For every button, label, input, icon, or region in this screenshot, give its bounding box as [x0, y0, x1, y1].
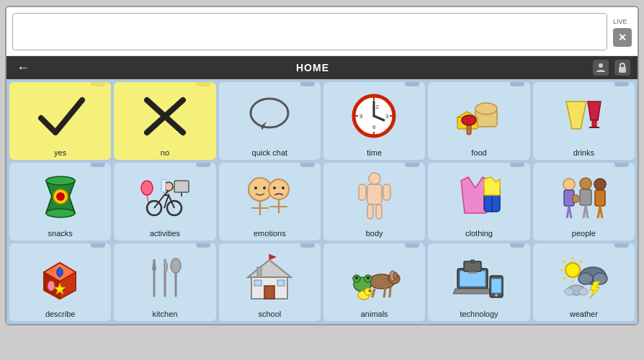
text-display[interactable]: [12, 13, 607, 50]
app-window: LIVE ✕ ← HOME: [5, 6, 639, 325]
cell-animals[interactable]: animals: [323, 243, 425, 321]
svg-point-30: [56, 192, 65, 201]
svg-point-27: [46, 176, 75, 185]
cell-body[interactable]: body: [323, 163, 425, 240]
kitchen-icon: [117, 248, 213, 307]
svg-line-71: [600, 206, 602, 218]
svg-point-18: [475, 103, 497, 114]
weather-label: weather: [570, 310, 598, 318]
svg-rect-51: [367, 184, 382, 204]
yes-icon: [12, 86, 108, 145]
svg-rect-72: [573, 195, 578, 202]
no-label: no: [161, 148, 169, 157]
svg-rect-52: [359, 184, 366, 200]
svg-rect-115: [491, 279, 501, 293]
svg-point-106: [355, 276, 358, 279]
animals-label: animals: [361, 310, 388, 318]
school-label: school: [258, 310, 281, 318]
svg-point-79: [48, 281, 55, 291]
profile-button[interactable]: [593, 60, 609, 76]
technology-label: technology: [460, 310, 498, 318]
cell-school[interactable]: school: [219, 243, 321, 321]
cell-weather[interactable]: weather: [533, 243, 635, 321]
top-bar: LIVE ✕: [6, 7, 638, 56]
cell-people[interactable]: people: [533, 163, 635, 240]
svg-marker-78: [57, 267, 63, 277]
cell-time[interactable]: 12 3 6 9 time: [323, 82, 425, 160]
svg-point-60: [563, 179, 575, 190]
svg-marker-23: [566, 102, 586, 129]
svg-line-125: [563, 261, 565, 263]
svg-point-43: [263, 186, 266, 189]
cell-yes[interactable]: yes: [9, 82, 111, 160]
cell-no[interactable]: no: [114, 82, 215, 160]
cell-describe[interactable]: describe: [9, 243, 111, 321]
lock-button[interactable]: [614, 60, 630, 76]
emotions-label: emotions: [254, 229, 286, 238]
svg-marker-59: [484, 177, 500, 195]
svg-point-45: [282, 186, 285, 189]
cell-kitchen[interactable]: kitchen: [114, 243, 215, 321]
svg-text:6: 6: [372, 124, 376, 130]
cell-clothing[interactable]: clothing: [428, 163, 529, 240]
svg-point-0: [599, 63, 603, 68]
svg-point-50: [369, 173, 380, 184]
clear-button[interactable]: ✕: [613, 28, 632, 47]
body-label: body: [366, 229, 383, 238]
svg-rect-1: [619, 67, 626, 73]
describe-label: describe: [45, 310, 76, 318]
cell-emotions[interactable]: emotions: [219, 163, 321, 240]
svg-marker-5: [261, 122, 267, 130]
nav-bar: ← HOME: [6, 56, 638, 79]
svg-rect-39: [161, 179, 166, 192]
cell-activities[interactable]: activities: [114, 163, 215, 240]
school-icon: [222, 248, 318, 307]
svg-rect-118: [471, 260, 474, 263]
svg-point-98: [393, 272, 398, 279]
quick-chat-label: quick chat: [252, 148, 288, 157]
svg-point-134: [565, 288, 573, 295]
back-button[interactable]: ←: [14, 60, 32, 76]
svg-rect-119: [468, 271, 477, 274]
describe-icon: [12, 248, 108, 307]
svg-text:9: 9: [359, 113, 363, 120]
live-label: LIVE: [613, 17, 627, 25]
drinks-icon: [536, 86, 632, 145]
nav-left: ←: [14, 60, 32, 76]
svg-point-107: [367, 276, 370, 279]
technology-icon: [431, 248, 527, 307]
svg-point-28: [46, 209, 75, 217]
svg-line-101: [384, 288, 385, 297]
food-icon: [431, 86, 527, 145]
svg-rect-65: [580, 189, 591, 205]
no-icon: [117, 86, 213, 145]
svg-point-64: [580, 178, 591, 189]
svg-line-127: [580, 261, 582, 263]
svg-point-135: [579, 288, 588, 295]
svg-point-111: [368, 289, 370, 292]
kitchen-label: kitchen: [153, 310, 178, 318]
body-icon: [326, 167, 422, 226]
svg-rect-91: [277, 280, 285, 286]
svg-text:3: 3: [385, 113, 389, 120]
svg-point-116: [495, 294, 498, 297]
nav-right: [593, 60, 630, 76]
cell-quick-chat[interactable]: quick chat: [219, 82, 321, 160]
drinks-label: drinks: [573, 148, 594, 157]
svg-rect-35: [174, 181, 189, 192]
cell-drinks[interactable]: drinks: [533, 82, 635, 160]
emotions-icon: [222, 167, 318, 226]
cell-technology[interactable]: technology: [428, 243, 529, 321]
weather-icon: [536, 248, 632, 307]
cell-food[interactable]: food: [428, 82, 529, 160]
svg-marker-88: [248, 260, 291, 277]
svg-rect-90: [254, 280, 261, 286]
svg-point-86: [171, 258, 181, 273]
time-label: time: [367, 148, 382, 157]
svg-point-22: [462, 115, 476, 125]
food-label: food: [471, 148, 486, 157]
cell-snacks[interactable]: snacks: [9, 163, 111, 240]
svg-point-130: [578, 273, 593, 284]
svg-rect-54: [367, 204, 373, 219]
clothing-icon: [431, 167, 527, 226]
